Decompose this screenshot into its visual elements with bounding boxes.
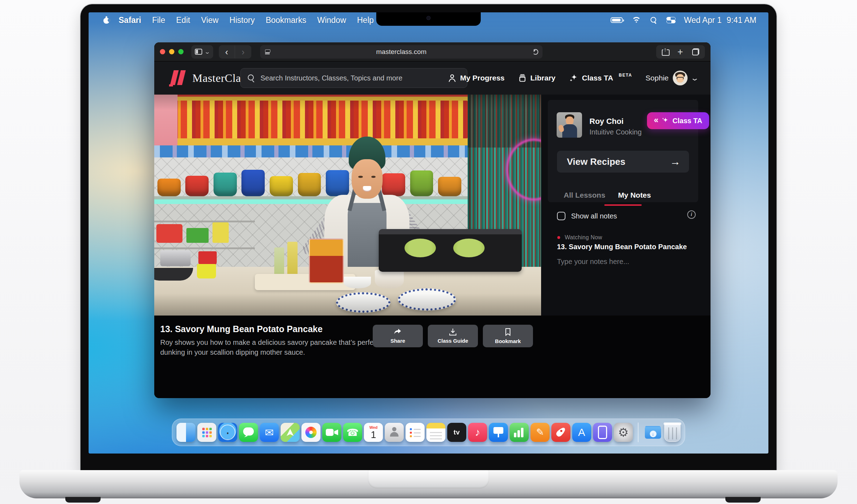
dock-icon-keynote[interactable] bbox=[489, 423, 508, 442]
tab-overview-icon[interactable] bbox=[692, 48, 699, 55]
menu-item-view[interactable]: View bbox=[201, 16, 218, 25]
menu-item-file[interactable]: File bbox=[152, 16, 165, 25]
share-icon[interactable] bbox=[662, 48, 668, 56]
download-icon bbox=[449, 328, 457, 336]
nav-my-progress[interactable]: My Progress bbox=[448, 74, 504, 82]
dock-icon-contacts[interactable] bbox=[385, 423, 404, 442]
calendar-day-label: Wed bbox=[369, 425, 377, 430]
view-recipes-button[interactable]: View Recipes → bbox=[557, 151, 689, 173]
menu-item-window[interactable]: Window bbox=[317, 16, 346, 25]
dock-icon-safari[interactable] bbox=[218, 423, 237, 442]
zoom-window-button[interactable] bbox=[178, 49, 184, 54]
numbers-glyph bbox=[517, 430, 520, 437]
dock-icon-downloads[interactable]: ↓ bbox=[643, 423, 663, 442]
watching-dot bbox=[557, 236, 560, 239]
search-input[interactable]: Search Instructors, Classes, Topics and … bbox=[240, 68, 467, 88]
spotlight-icon[interactable] bbox=[650, 17, 657, 24]
menu-time: 9:41 AM bbox=[727, 16, 756, 25]
settings-glyph: ⚙ bbox=[618, 425, 629, 439]
back-button[interactable]: ‹ bbox=[219, 46, 235, 58]
profile-menu[interactable]: Sophie ⌄ bbox=[646, 71, 698, 85]
dock-icon-mail[interactable]: ✉ bbox=[260, 423, 279, 442]
share-button[interactable]: Share bbox=[373, 325, 423, 347]
address-bar[interactable]: masterclass.com bbox=[260, 45, 543, 59]
dock-icon-iphone-mirroring[interactable] bbox=[593, 423, 612, 442]
dock-icon-settings[interactable]: ⚙ bbox=[614, 423, 633, 442]
notes-input[interactable]: Type your notes here... bbox=[557, 258, 691, 266]
dock-icon-appletv[interactable]: tv bbox=[447, 423, 466, 442]
plate bbox=[336, 292, 390, 313]
show-all-notes-checkbox[interactable] bbox=[557, 212, 565, 220]
dock-icon-notes[interactable] bbox=[426, 423, 445, 442]
apple-menu-icon[interactable] bbox=[103, 17, 109, 24]
menu-clock[interactable]: Wed Apr 1 9:41 AM bbox=[684, 16, 756, 25]
plate bbox=[398, 288, 456, 311]
dock-icon-maps[interactable] bbox=[281, 423, 300, 442]
tab-all-lessons[interactable]: All Lessons bbox=[564, 191, 605, 199]
new-tab-icon[interactable]: + bbox=[677, 46, 683, 58]
bookmark-button-label: Bookmark bbox=[495, 338, 521, 344]
dock-icon-reminders[interactable] bbox=[406, 423, 425, 442]
dock-icon-music[interactable]: ♪ bbox=[468, 423, 487, 442]
dock-icon-finder[interactable] bbox=[176, 423, 196, 442]
wifi-icon[interactable] bbox=[632, 17, 641, 24]
traffic-lights bbox=[160, 49, 184, 54]
lesson-info-area: 13. Savory Mung Bean Potato Pancake Roy … bbox=[154, 316, 711, 398]
video-player[interactable] bbox=[154, 95, 541, 316]
class-guide-button-label: Class Guide bbox=[438, 338, 468, 344]
watching-now-row: Watching Now bbox=[557, 234, 602, 241]
nav-library[interactable]: Library bbox=[518, 74, 556, 82]
dock-icon-pages[interactable]: ✎ bbox=[531, 423, 550, 442]
nav-class-ta[interactable]: Class TA BETA bbox=[569, 73, 632, 83]
class-ta-button[interactable]: « Class TA bbox=[647, 112, 709, 129]
url-text[interactable]: masterclass.com bbox=[260, 48, 543, 56]
dock-icon-appstore[interactable]: A bbox=[572, 423, 591, 442]
menu-status-area: Wed Apr 1 9:41 AM bbox=[611, 16, 756, 25]
dock-icon-facetime[interactable] bbox=[322, 423, 341, 442]
minimize-window-button[interactable] bbox=[169, 49, 174, 54]
menu-item-edit[interactable]: Edit bbox=[176, 16, 190, 25]
battery-icon[interactable] bbox=[611, 17, 623, 23]
forward-button[interactable]: › bbox=[235, 46, 251, 58]
dock-icon-phone[interactable]: ☎ bbox=[343, 423, 362, 442]
control-center-icon[interactable] bbox=[666, 17, 675, 23]
bowl bbox=[241, 170, 265, 196]
kitchen-rack bbox=[154, 221, 255, 267]
dock-icon-calendar[interactable]: Wed1 bbox=[364, 423, 383, 442]
dock-icon-launchpad[interactable] bbox=[197, 423, 216, 442]
sauce-bottles bbox=[173, 101, 468, 138]
view-recipes-label: View Recipes bbox=[567, 156, 625, 167]
dock-icon-rocket[interactable] bbox=[551, 423, 570, 442]
active-tab-underline bbox=[604, 204, 642, 206]
bowl bbox=[157, 179, 181, 196]
display-notch bbox=[376, 12, 481, 26]
macbook-base bbox=[19, 470, 838, 498]
nav-class-ta-label: Class TA bbox=[582, 74, 613, 82]
sidebar-chevron-icon[interactable]: ⌄ bbox=[204, 49, 210, 55]
dock-icon-numbers[interactable] bbox=[510, 423, 529, 442]
bookmark-button[interactable]: Bookmark bbox=[483, 325, 533, 347]
menu-item-help[interactable]: Help bbox=[357, 16, 374, 25]
sidebar-toggle-icon[interactable] bbox=[195, 49, 202, 55]
menu-item-bookmarks[interactable]: Bookmarks bbox=[266, 16, 306, 25]
class-guide-button[interactable]: Class Guide bbox=[428, 325, 478, 347]
user-name: Sophie bbox=[646, 74, 669, 82]
dock-icon-trash[interactable] bbox=[664, 423, 681, 442]
dock: ✉☎Wed1tv♪✎A⚙↓ bbox=[172, 419, 685, 446]
lid-scoop bbox=[368, 470, 489, 488]
instructor-name: Roy Choi bbox=[589, 117, 624, 126]
reload-icon[interactable] bbox=[532, 48, 539, 55]
menu-item-safari[interactable]: Safari bbox=[119, 16, 141, 25]
avatar bbox=[673, 71, 688, 85]
dock-icon-photos[interactable] bbox=[301, 423, 320, 442]
tab-my-notes[interactable]: My Notes bbox=[618, 191, 651, 199]
dock-icon-messages[interactable] bbox=[239, 423, 258, 442]
close-window-button[interactable] bbox=[160, 49, 165, 54]
toolbar-actions: + bbox=[656, 45, 705, 59]
pages-glyph: ✎ bbox=[536, 427, 544, 438]
masterclass-logo[interactable]: MasterClass bbox=[168, 70, 250, 86]
menu-item-history[interactable]: History bbox=[229, 16, 255, 25]
info-icon[interactable]: i bbox=[687, 210, 696, 219]
instructor-face bbox=[352, 159, 383, 199]
panel-tabs: All Lessons My Notes bbox=[564, 191, 651, 199]
